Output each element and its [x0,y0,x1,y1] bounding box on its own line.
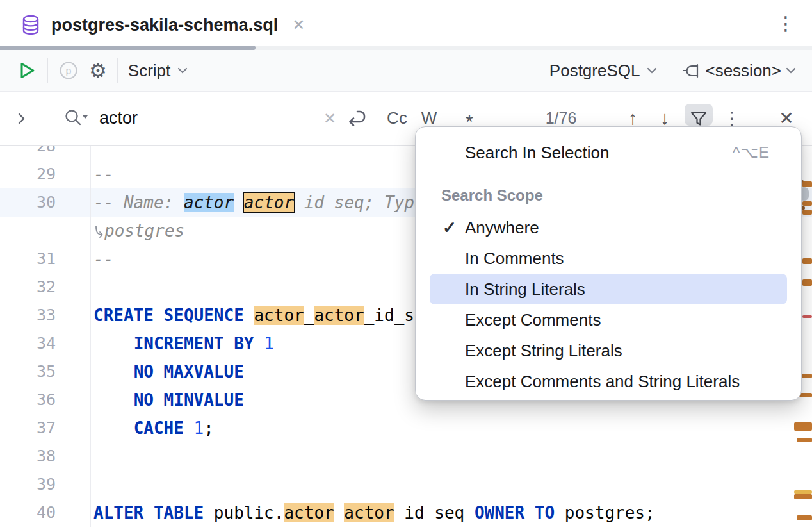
code-line[interactable]: -- [91,160,113,188]
session-dropdown[interactable]: <session> [679,61,799,81]
editor-row: 37 CACHE 1; [0,414,812,442]
search-scope-popup: Search In Selection ^⌥E Search Scope ✓An… [415,126,802,401]
editor-row: 40ALTER TABLE public.actor_actor_id_seq … [0,499,812,527]
code-segment [93,334,134,353]
search-match-highlight: actor [344,503,394,522]
stripe-marker[interactable] [802,181,812,187]
code-segment: OWNER TO [475,503,565,522]
search-match-highlight: actor [284,503,334,522]
script-dropdown[interactable]: Script [126,61,191,81]
stripe-marker[interactable] [802,258,812,264]
menu-item-label: Except Comments and String Literals [465,372,740,392]
dialect-label: PostgreSQL [549,61,640,81]
code-line[interactable]: postgres [91,217,184,245]
code-line[interactable] [91,442,93,470]
menu-item-in-string-literals[interactable]: In String Literals [430,274,787,304]
code-line[interactable]: NO MINVALUE [91,386,244,414]
line-number: 35 [0,358,91,386]
code-segment: -- [93,249,113,269]
line-number: 31 [0,245,91,273]
stripe-marker[interactable] [797,515,812,520]
line-number [0,217,91,245]
line-number: 29 [0,160,91,188]
chevron-right-icon [15,111,27,126]
toolbar-separator [47,58,48,83]
search-input[interactable]: actor [99,92,138,145]
search-match-highlight: actor [244,193,294,212]
code-segment: _ [234,193,244,212]
search-match-highlight: actor [314,306,364,325]
match-case-toggle[interactable]: Cc [387,92,407,145]
code-line[interactable] [91,273,93,301]
menu-item-except-string-literals[interactable]: Except String Literals [416,335,801,366]
code-line[interactable]: CREATE SEQUENCE actor_actor_id_seq [91,301,434,329]
tab-options-kebab-icon[interactable]: ⋮ [776,14,795,33]
code-segment: ALTER TABLE [93,503,214,522]
settings-button[interactable]: ⚙ [86,61,110,81]
code-line[interactable]: ALTER TABLE public.actor_actor_id_seq OW… [91,499,655,527]
menu-item-in-comments[interactable]: In Comments [416,243,801,274]
stripe-marker[interactable] [797,438,812,442]
expand-replace-toggle[interactable] [0,92,42,145]
line-number: 30 [0,188,91,217]
menu-item-search-in-selection[interactable]: Search In Selection ^⌥E [416,137,801,168]
line-number: 39 [0,470,91,499]
tab-active-indicator [0,46,256,50]
stripe-marker[interactable] [802,315,812,318]
popup-divider [428,172,788,172]
svg-text:p: p [66,65,72,76]
editor-row: 38 [0,442,812,470]
stripe-marker[interactable] [794,490,812,494]
code-segment: -- Name: [93,193,184,212]
new-line-icon[interactable] [346,92,368,145]
session-label: <session> [705,61,781,81]
search-history-button[interactable] [61,107,90,130]
editor-tab-bar: postgres-sakila-schema.sql ✕ ⋮ [0,0,812,50]
code-segment [93,390,134,410]
line-number: 34 [0,329,91,358]
menu-item-anywhere[interactable]: ✓Anywhere [416,212,801,243]
code-segment: 1 [264,334,274,353]
tab-close-icon[interactable]: ✕ [292,17,305,33]
code-line[interactable]: CACHE 1; [91,414,214,442]
toolbar-separator [117,58,118,83]
menu-item-label: Anywhere [465,218,539,238]
code-line[interactable]: -- [91,245,113,273]
editor-row: 39 [0,470,812,499]
menu-item-except-comments-and-string-literals[interactable]: Except Comments and String Literals [416,366,801,397]
stripe-marker[interactable] [802,279,812,286]
code-segment: postgres; [565,503,655,522]
menu-item-except-comments[interactable]: Except Comments [416,304,801,335]
dialect-dropdown[interactable]: PostgreSQL [547,61,661,81]
script-label: Script [128,61,170,81]
line-number: 32 [0,273,91,301]
stripe-marker[interactable] [802,210,812,215]
code-segment [93,419,134,438]
code-segment: NO MINVALUE [134,390,244,410]
code-line[interactable] [91,145,93,160]
database-icon [19,13,42,37]
stripe-marker[interactable] [794,422,812,431]
menu-item-label: Except String Literals [465,341,622,361]
profile-button[interactable]: p [56,60,81,81]
code-segment: CACHE [134,419,194,438]
code-line[interactable]: NO MAXVALUE [91,358,244,386]
code-segment: _ [304,306,314,325]
code-segment: NO MAXVALUE [134,362,244,381]
p-circle-icon: p [58,60,79,81]
code-segment: 1 [194,419,204,438]
clear-search-icon[interactable]: ✕ [323,92,336,145]
stripe-marker[interactable] [794,494,812,499]
line-number: 38 [0,442,91,470]
code-line[interactable]: INCREMENT BY 1 [91,329,274,358]
run-toolbar: p ⚙ Script PostgreSQL [0,50,812,92]
chevron-down-icon [177,66,188,75]
code-segment: CREATE SEQUENCE [93,306,254,325]
line-number: 33 [0,301,91,329]
code-segment: postgres [104,221,184,240]
shortcut-hint: ^⌥E [733,144,770,162]
tab-postgres-sakila-schema[interactable]: postgres-sakila-schema.sql ✕ [19,13,305,37]
code-line[interactable] [91,470,93,499]
run-button[interactable] [14,60,40,81]
stripe-marker[interactable] [802,201,812,206]
